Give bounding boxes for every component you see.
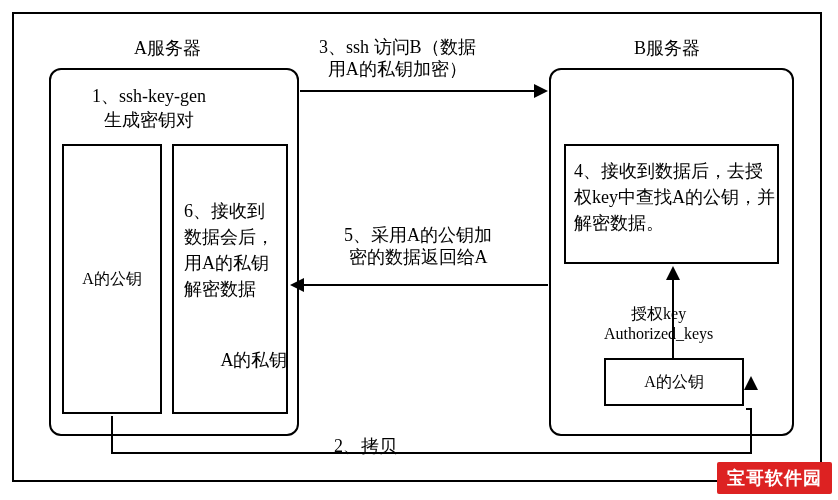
server-b-title: B服务器 (634, 36, 700, 60)
arrow-2-head-hidden (744, 376, 758, 390)
server-a-title: A服务器 (134, 36, 201, 60)
arrow-2-seg3 (750, 408, 752, 454)
a-private-key-text: A的私钥 (198, 348, 310, 372)
arrow-5-line (304, 284, 548, 286)
b-a-pubkey-box: A的公钥 (604, 358, 744, 406)
step-1-label: 1、ssh-key-gen 生成密钥对 (92, 84, 206, 132)
watermark-text: 宝哥软件园 (727, 468, 822, 488)
a-public-key-box: A的公钥 (62, 144, 162, 414)
a-public-key-text: A的公钥 (82, 269, 142, 290)
authorized-keys-label: 授权key Authorized_keys (604, 304, 713, 344)
arrow-b-inner-head (666, 266, 680, 280)
step-4-box: 4、接收到数据后，去授 权key中查找A的公钥，并 解密数据。 (564, 144, 779, 264)
arrow-3-head (534, 84, 548, 98)
step-4-label: 4、接收到数据后，去授 权key中查找A的公钥，并 解密数据。 (574, 158, 769, 236)
step-6-label: 6、接收到 数据会后， 用A的私钥 解密数据 (184, 198, 296, 302)
arrow-2-seg1 (111, 416, 113, 454)
b-a-pubkey-text: A的公钥 (644, 372, 704, 393)
arrow-b-inner-line (672, 280, 674, 358)
a-private-key-box: 6、接收到 数据会后， 用A的私钥 解密数据 A的私钥 (172, 144, 288, 414)
arrow-3-line (300, 90, 534, 92)
diagram-frame: A服务器 1、ssh-key-gen 生成密钥对 A的公钥 6、接收到 数据会后… (12, 12, 822, 482)
arrow-5-head (290, 278, 304, 292)
arrow-2-seg2 (111, 452, 752, 454)
watermark-badge: 宝哥软件园 (717, 462, 832, 494)
arrow-2-seg4 (746, 408, 752, 410)
step-2-label: 2、拷贝 (334, 434, 397, 458)
step-5-label: 5、采用A的公钥加 密的数据返回给A (344, 224, 492, 268)
step-3-label: 3、ssh 访问B（数据 用A的私钥加密） (319, 36, 476, 80)
